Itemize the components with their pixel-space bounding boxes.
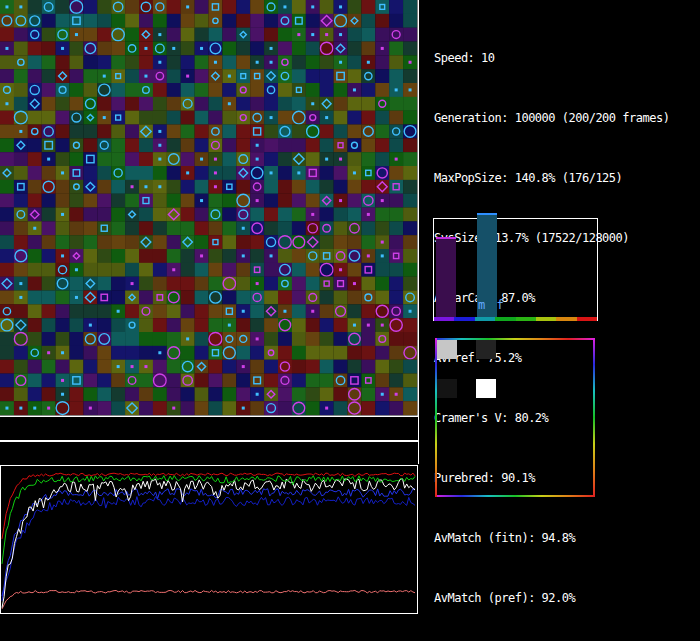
population-bar-violet-morph [436,237,456,317]
hue-segment [556,317,576,321]
matrix-cell [437,476,457,495]
matrix-cell [457,359,477,378]
matrix-cell [515,379,535,398]
stat-maxpopsize: MaxPopSize: 140.8% (176/125) [434,168,669,188]
matrix-cell [554,437,574,456]
separator-vertical [418,417,420,464]
hue-segment [495,317,515,321]
matrix-cell [515,359,535,378]
matrix-cell [457,398,477,417]
matrix-cell [496,398,516,417]
hue-segment [434,317,454,321]
matrix-cell [574,456,594,475]
matrix-cell [515,437,535,456]
matrix-cell [496,456,516,475]
matrix-cell [476,476,496,495]
matrix-cell [554,398,574,417]
matrix-cell [437,456,457,475]
matrix-cell [515,456,535,475]
sex-population-chart: m f [433,218,598,321]
matrix-cell [437,437,457,456]
matrix-cell [554,456,574,475]
hue-segment [577,317,597,321]
matrix-grid [437,340,593,495]
matrix-cell [496,379,516,398]
hue-segment [454,317,474,321]
matrix-cell [515,340,535,359]
matrix-border-bottom [435,495,595,497]
matrix-cell [437,398,457,417]
matrix-cell [574,437,594,456]
matrix-cell [476,379,496,398]
matrix-cell [437,379,457,398]
matrix-cell [496,418,516,437]
matrix-cell [535,456,555,475]
matrix-cell [554,379,574,398]
matrix-cell [437,418,457,437]
matrix-cell [515,418,535,437]
matrix-cell [437,359,457,378]
stats-panel: Speed: 10 Generation: 100000 (200/200 fr… [434,8,669,641]
matrix-cell [457,476,477,495]
simulation-window: Speed: 10 Generation: 100000 (200/200 fr… [0,0,700,641]
hue-segment [516,317,536,321]
matrix-cell [535,437,555,456]
matrix-cell [457,379,477,398]
matrix-cell [554,340,574,359]
hue-segment [536,317,556,321]
matrix-cell [535,418,555,437]
matrix-cell [457,456,477,475]
matrix-cell [515,476,535,495]
stat-avmatch-fitn: AvMatch (fitn): 94.8% [434,528,669,548]
stat-avmatch-pref: AvMatch (pref): 92.0% [434,588,669,608]
matrix-cell [574,379,594,398]
matrix-cell [574,359,594,378]
matrix-cell [554,359,574,378]
matrix-cell [437,340,457,359]
matrix-cell [535,359,555,378]
matrix-cell [535,340,555,359]
matrix-cell [574,340,594,359]
matrix-cell [476,456,496,475]
matrix-cell [574,418,594,437]
matrix-cell [476,340,496,359]
male-female-axis-label: m f [478,298,506,312]
matrix-cell [457,437,477,456]
stat-speed: Speed: 10 [434,48,669,68]
matrix-cell [535,379,555,398]
matrix-cell [457,340,477,359]
separator-horizontal [0,440,419,442]
matrix-cell [496,437,516,456]
matrix-border-right [593,338,595,497]
matrix-cell [457,418,477,437]
matrix-cell [496,359,516,378]
matrix-cell [574,476,594,495]
timeseries-chart [0,465,420,617]
matrix-cell [535,398,555,417]
matrix-cell [496,340,516,359]
matrix-cell [476,398,496,417]
matrix-cell [554,418,574,437]
matrix-cell [476,418,496,437]
world-grid-view [0,0,420,418]
matrix-cell [476,437,496,456]
mating-matrix [435,338,595,497]
matrix-cell [535,476,555,495]
stat-generation: Generation: 100000 (200/200 frames) [434,108,669,128]
matrix-cell [574,398,594,417]
hue-segment [475,317,495,321]
matrix-cell [476,359,496,378]
hue-axis-strip [434,317,597,321]
matrix-cell [554,476,574,495]
matrix-cell [496,476,516,495]
matrix-cell [515,398,535,417]
